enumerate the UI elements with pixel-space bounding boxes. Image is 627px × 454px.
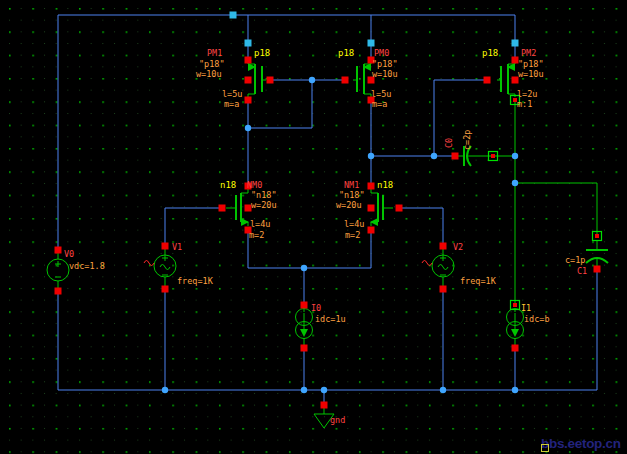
- model-param-label: "p18": [372, 59, 398, 69]
- instance-label: I1: [521, 303, 531, 313]
- terminal-square: [512, 40, 519, 47]
- w-label: w=10u: [196, 69, 222, 79]
- instance-label: V1: [172, 242, 182, 252]
- junction-dot: [431, 153, 437, 159]
- pin-square[interactable]: [368, 183, 375, 190]
- model-label: p18: [254, 48, 270, 58]
- pin-square[interactable]: [245, 77, 252, 84]
- instance-label: C1: [577, 266, 587, 276]
- instance-label: PM0: [374, 48, 389, 58]
- terminal-square: [245, 40, 252, 47]
- junction-dot: [512, 180, 518, 186]
- m-label: m=2: [249, 230, 264, 240]
- pin-square[interactable]: [512, 345, 519, 352]
- pin-square[interactable]: [368, 227, 375, 234]
- junction-dot: [440, 387, 446, 393]
- value-label: vdc=1.8: [69, 261, 105, 271]
- pin-square[interactable]: [55, 288, 62, 295]
- l-label: l=4u: [344, 219, 364, 229]
- junction-dot: [321, 387, 327, 393]
- value-label: freq=1K: [177, 276, 214, 286]
- instance-label: V2: [453, 242, 463, 252]
- pin-square[interactable]: [594, 266, 601, 273]
- pin-square[interactable]: [491, 154, 495, 158]
- instance-label: NM0: [247, 180, 262, 190]
- m-label: m=a: [224, 99, 239, 109]
- pin-square[interactable]: [245, 97, 252, 104]
- model-label: p18: [482, 48, 498, 58]
- instance-label: PM1: [207, 48, 222, 58]
- w-label: w=10u: [372, 69, 398, 79]
- model-param-label: "p18": [518, 59, 544, 69]
- model-param-label: "p18": [199, 59, 225, 69]
- w-label: w=20u: [336, 200, 362, 210]
- value-label: idc=1u: [315, 314, 346, 324]
- schematic-svg[interactable]: PM1 p18 "p18" w=10u l=5u m=a p18 PM0 "p1…: [0, 0, 627, 454]
- pin-square[interactable]: [342, 77, 349, 84]
- l-label: l=4u: [250, 219, 270, 229]
- value-label: c=2p: [462, 130, 472, 150]
- l-label: l=5u: [222, 89, 242, 99]
- junction-dot: [162, 387, 168, 393]
- instance-label: V0: [64, 249, 74, 259]
- pin-square[interactable]: [245, 57, 252, 64]
- pin-square[interactable]: [440, 286, 447, 293]
- pin-square[interactable]: [368, 205, 375, 212]
- m-label: m:1: [517, 99, 532, 109]
- junction-dot: [512, 153, 518, 159]
- schematic-canvas[interactable]: PM1 p18 "p18" w=10u l=5u m=a p18 PM0 "p1…: [0, 0, 627, 454]
- junction-dot: [301, 265, 307, 271]
- junction-dot: [368, 153, 374, 159]
- l-label: l=5u: [371, 89, 391, 99]
- model-label: n18: [220, 180, 236, 190]
- pin-square[interactable]: [301, 302, 308, 309]
- watermark-text: bbs.eetop.cn: [541, 436, 621, 451]
- junction-dot: [245, 125, 251, 131]
- gnd-label: gnd: [330, 415, 345, 425]
- m-label: m=a: [372, 99, 387, 109]
- value-label: idc=b: [524, 314, 550, 324]
- w-label: w=20u: [251, 200, 277, 210]
- pin-square[interactable]: [55, 247, 62, 254]
- junction-dot: [301, 387, 307, 393]
- value-label: freq=1K: [460, 276, 497, 286]
- instance-label: PM2: [521, 48, 536, 58]
- junction-dot: [309, 77, 315, 83]
- pin-square[interactable]: [219, 205, 226, 212]
- pin-square[interactable]: [267, 77, 274, 84]
- pin-square[interactable]: [452, 153, 459, 160]
- pin-square[interactable]: [301, 345, 308, 352]
- watermark: bbs.eetop.cn: [541, 436, 621, 452]
- terminal-square: [230, 12, 237, 19]
- pin-square[interactable]: [513, 303, 517, 307]
- pin-square[interactable]: [396, 205, 403, 212]
- model-label: p18: [338, 48, 354, 58]
- pin-square[interactable]: [321, 402, 328, 409]
- value-label: c=1p: [565, 255, 585, 265]
- pin-square[interactable]: [162, 243, 169, 250]
- model-label: n18: [377, 180, 393, 190]
- instance-label: I0: [311, 303, 321, 313]
- w-label: w=10u: [518, 69, 544, 79]
- junction-dot: [512, 387, 518, 393]
- terminal-square: [368, 40, 375, 47]
- m-label: m=2: [345, 230, 360, 240]
- pin-square[interactable]: [440, 243, 447, 250]
- instance-label: C0: [444, 138, 454, 148]
- l-label: l=2u: [517, 89, 537, 99]
- model-param-label: "n18": [251, 190, 277, 200]
- model-param-label: "n18": [339, 190, 365, 200]
- pin-square[interactable]: [595, 234, 599, 238]
- pin-square[interactable]: [484, 77, 491, 84]
- pin-square[interactable]: [162, 286, 169, 293]
- instance-label: NM1: [344, 180, 359, 190]
